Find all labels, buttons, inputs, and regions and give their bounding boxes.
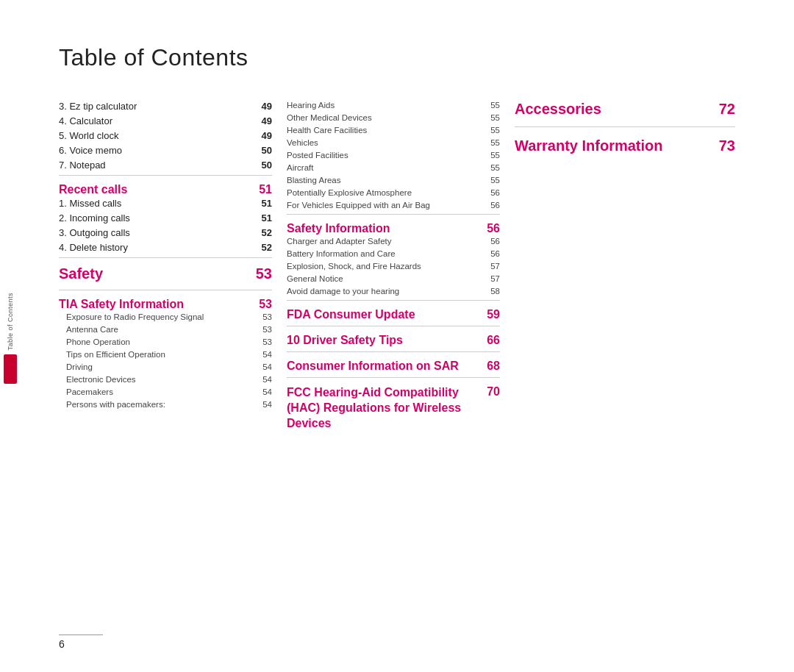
list-item: Avoid damage to your hearing 58 <box>287 287 500 296</box>
columns: 3. Ez tip calculator 49 4. Calculator 49… <box>59 101 735 432</box>
list-item: Driving 54 <box>59 362 272 371</box>
tia-header: TIA Safety Information 53 <box>59 298 272 311</box>
list-item: Explosion, Shock, and Fire Hazards 57 <box>287 262 500 271</box>
list-item: Antenna Care 53 <box>59 325 272 334</box>
tia-entries: Exposure to Radio Frequency Signal 53 An… <box>59 312 272 409</box>
list-item: Pacemakers 54 <box>59 387 272 396</box>
list-item: Persons with pacemakers: 54 <box>59 400 272 409</box>
divider-sar <box>287 351 500 352</box>
column-2: Hearing Aids 55 Other Medical Devices 55… <box>287 101 515 432</box>
page-title: Table of Contents <box>59 44 735 71</box>
list-item: Tips on Efficient Operation 54 <box>59 350 272 359</box>
list-item: 4. Delete history 52 <box>59 242 272 253</box>
list-item: Phone Operation 53 <box>59 337 272 346</box>
list-item: 1. Missed calls 51 <box>59 198 272 209</box>
list-item: Potentially Explosive Atmosphere 56 <box>287 188 500 197</box>
side-tab-bar <box>4 354 17 384</box>
divider-safety-info <box>287 214 500 215</box>
bottom-page-number: 6 <box>59 638 65 650</box>
divider-fcc <box>287 377 500 378</box>
list-item: Exposure to Radio Frequency Signal 53 <box>59 312 272 321</box>
list-item: Battery Information and Care 56 <box>287 249 500 258</box>
main-content: Table of Contents 3. Ez tip calculator 4… <box>0 0 794 672</box>
list-item: 6. Voice memo 50 <box>59 145 272 156</box>
list-item: Aircraft 55 <box>287 163 500 172</box>
fcc-header: FCC Hearing-Aid Compatibility (HAC) Regu… <box>287 385 500 431</box>
safety-info-entries: Charger and Adapter Safety 56 Battery In… <box>287 237 500 296</box>
list-item: For Vehicles Equipped with an Air Bag 56 <box>287 201 500 210</box>
list-item: Electronic Devices 54 <box>59 375 272 384</box>
list-item: 7. Notepad 50 <box>59 160 272 171</box>
recent-calls-entries: 1. Missed calls 51 2. Incoming calls 51 … <box>59 198 272 253</box>
fda-header: FDA Consumer Update 59 <box>287 308 500 321</box>
list-item: Other Medical Devices 55 <box>287 113 500 122</box>
divider-safety <box>59 257 272 258</box>
list-item: Blasting Areas 55 <box>287 176 500 185</box>
bottom-line <box>59 635 103 635</box>
list-item: 5. World clock 49 <box>59 130 272 141</box>
divider-driver <box>287 326 500 326</box>
list-item: 3. Outgoing calls 52 <box>59 227 272 238</box>
sar-header: Consumer Information on SAR 68 <box>287 360 500 373</box>
divider-tia <box>59 290 272 290</box>
list-item: 4. Calculator 49 <box>59 115 272 126</box>
column-3: Accessories 72 Warranty Information 73 <box>515 101 735 432</box>
list-item: General Notice 57 <box>287 274 500 283</box>
safety-header: Safety 53 <box>59 265 272 282</box>
side-tab: Table of Contents <box>0 287 21 390</box>
list-item: Hearing Aids 55 <box>287 101 500 110</box>
list-item: Posted Facilities 55 <box>287 151 500 160</box>
col1-top-entries: 3. Ez tip calculator 49 4. Calculator 49… <box>59 101 272 171</box>
divider-recent-calls <box>59 175 272 176</box>
col2-top-entries: Hearing Aids 55 Other Medical Devices 55… <box>287 101 500 210</box>
safety-info-header: Safety Information 56 <box>287 222 500 235</box>
list-item: Vehicles 55 <box>287 138 500 147</box>
page: Table of Contents Table of Contents 3. E… <box>0 0 794 672</box>
side-tab-label: Table of Contents <box>7 293 14 351</box>
list-item: Health Care Facilities 55 <box>287 126 500 135</box>
column-1: 3. Ez tip calculator 49 4. Calculator 49… <box>59 101 287 432</box>
divider-accessories <box>515 126 735 127</box>
divider-fda <box>287 300 500 301</box>
warranty-header: Warranty Information 73 <box>515 137 735 157</box>
list-item: Charger and Adapter Safety 56 <box>287 237 500 246</box>
recent-calls-header: Recent calls 51 <box>59 183 272 196</box>
list-item: 3. Ez tip calculator 49 <box>59 101 272 112</box>
driver-header: 10 Driver Safety Tips 66 <box>287 334 500 347</box>
accessories-header: Accessories 72 <box>515 101 735 121</box>
list-item: 2. Incoming calls 51 <box>59 212 272 224</box>
